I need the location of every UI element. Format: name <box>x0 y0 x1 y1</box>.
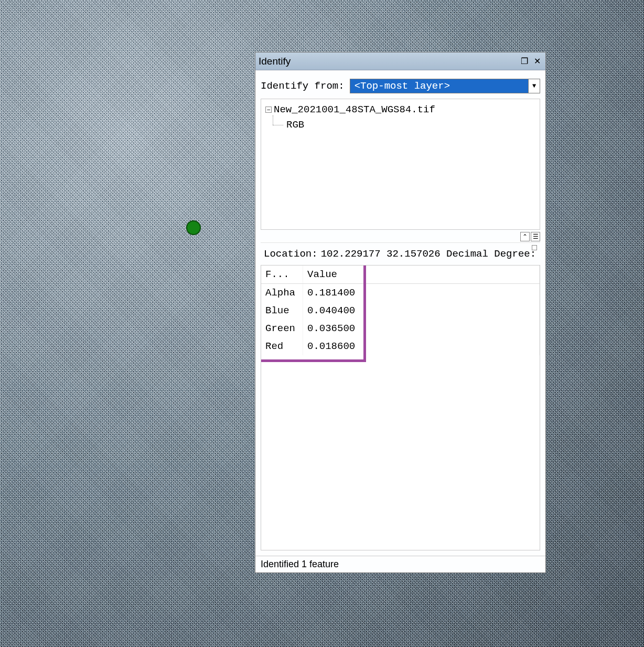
table-cell-field: Alpha <box>261 284 303 302</box>
identify-from-dropdown[interactable]: <Top-most layer> ▼ <box>350 79 540 93</box>
collapse-up-icon[interactable]: ⌃ <box>520 232 530 241</box>
location-value: 102.229177 32.157026 Decimal Degree: <box>321 248 536 260</box>
tree-child-row[interactable]: RGB <box>265 118 535 133</box>
location-row: Location: 102.229177 32.157026 Decimal D… <box>261 242 540 265</box>
location-options-icon[interactable] <box>532 245 537 250</box>
table-cell-value: 0.040400 <box>303 302 540 320</box>
table-header-field: F... <box>261 266 303 283</box>
table-cell-field: Blue <box>261 302 303 320</box>
identify-panel: Identify ❐ ✕ Identify from: <Top-most la… <box>255 52 546 573</box>
table-header-value: Value <box>303 266 540 283</box>
table-header: F... Value <box>261 266 540 284</box>
close-button[interactable]: ✕ <box>532 56 542 67</box>
identify-statusbar: Identified 1 feature <box>255 556 545 572</box>
tree-collapse-icon[interactable]: − <box>265 107 272 113</box>
table-cell-field: Green <box>261 320 303 337</box>
table-row[interactable]: Red 0.018600 <box>261 337 540 355</box>
identify-values-table[interactable]: F... Value Alpha 0.181400 Blue 0.040400 … <box>261 265 540 550</box>
map-canvas[interactable]: Identify ❐ ✕ Identify from: <Top-most la… <box>0 0 644 647</box>
location-label: Location: <box>264 248 318 260</box>
table-cell-value: 0.018600 <box>303 337 540 355</box>
chevron-down-icon[interactable]: ▼ <box>528 79 540 93</box>
table-row[interactable]: Green 0.036500 <box>261 320 540 337</box>
table-cell-field: Red <box>261 337 303 355</box>
table-cell-value: 0.036500 <box>303 320 540 337</box>
identify-from-selected: <Top-most layer> <box>350 79 528 93</box>
identify-mini-toolbar: ⌃ ☰ <box>255 230 545 242</box>
table-row[interactable]: Alpha 0.181400 <box>261 284 540 302</box>
status-text: Identified 1 feature <box>261 559 339 570</box>
identify-from-row: Identify from: <Top-most layer> ▼ <box>255 70 545 99</box>
tree-root-row[interactable]: − New_2021001_48STA_WGS84.tif <box>265 102 535 118</box>
table-row[interactable]: Blue 0.040400 <box>261 302 540 320</box>
identify-probe-marker <box>186 220 201 235</box>
identify-title: Identify <box>259 56 517 67</box>
identify-tree[interactable]: − New_2021001_48STA_WGS84.tif RGB <box>261 99 540 230</box>
menu-icon[interactable]: ☰ <box>531 232 540 241</box>
identify-titlebar[interactable]: Identify ❐ ✕ <box>255 52 545 70</box>
tree-root-label: New_2021001_48STA_WGS84.tif <box>274 102 435 118</box>
identify-from-label: Identify from: <box>261 80 345 92</box>
restore-button[interactable]: ❐ <box>519 56 530 67</box>
tree-child-label: RGB <box>286 119 304 131</box>
table-cell-value: 0.181400 <box>303 284 540 302</box>
